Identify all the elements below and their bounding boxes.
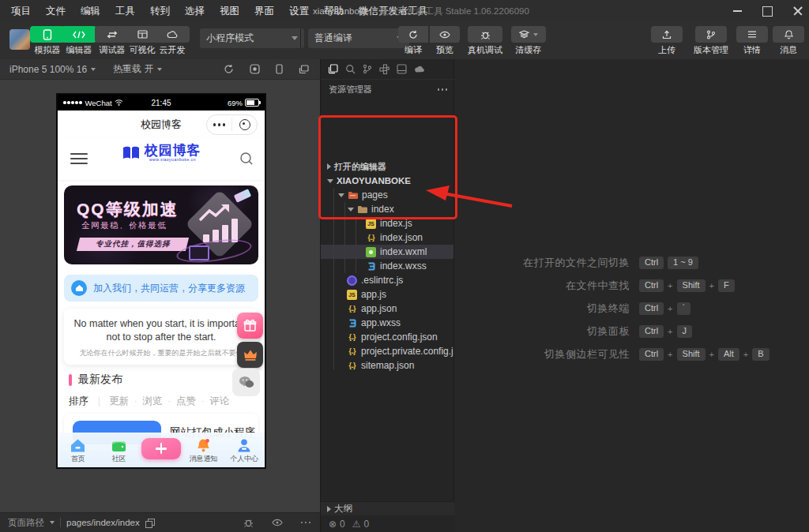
preview-button[interactable]: 预览 — [429, 26, 461, 56]
close-icon[interactable] — [793, 6, 803, 16]
sort-option-update[interactable]: 更新 — [109, 395, 129, 408]
page-path-value: pages/index/index — [66, 518, 140, 527]
menu-tools[interactable]: 工具 — [115, 5, 135, 18]
gift-fab-button[interactable] — [237, 313, 263, 339]
clear-cache-button[interactable]: 清缓存 — [509, 26, 548, 56]
problems-summary[interactable]: ⊗ 0 ⚠ 0 — [321, 515, 455, 532]
version-control-button[interactable]: 版本管理 — [689, 26, 733, 56]
details-button[interactable]: 详情 — [735, 26, 769, 56]
device-frame-button[interactable] — [276, 64, 283, 74]
panel-view-icon[interactable] — [397, 64, 407, 74]
layout-icon — [137, 30, 148, 39]
hint-switch-files: 在打开的文件之间切换 Ctrl 1 ~ 9 — [495, 257, 769, 268]
explorer-more-icon[interactable] — [438, 88, 448, 91]
device-debug-button[interactable]: 真机调试 — [463, 26, 507, 56]
file-app-js[interactable]: JS app.js — [321, 287, 453, 302]
sort-option-views[interactable]: 浏览 — [143, 395, 163, 408]
wechat-share-button[interactable] — [232, 369, 260, 396]
device-selector[interactable]: iPhone 5 100% 16 — [9, 64, 96, 75]
warning-icon: ⚠ — [352, 519, 361, 530]
file-eslintrc[interactable]: .eslintrc.js — [321, 273, 453, 287]
file-app-json[interactable]: {..} app.json — [321, 302, 453, 316]
compile-button[interactable]: 编译 — [397, 26, 429, 56]
hot-reload-toggle[interactable]: 热重载 开 — [113, 62, 162, 76]
chevron-down-icon — [91, 68, 96, 71]
cloud-view-icon[interactable] — [414, 65, 425, 73]
quote-card[interactable]: No matter when you start, it is importan… — [64, 309, 258, 365]
search-view-icon[interactable] — [345, 64, 356, 74]
eye-icon — [439, 31, 450, 39]
phone-simulator-screen[interactable]: WeChat 21:45 69% 校园博客 — [58, 95, 265, 467]
extensions-view-icon[interactable] — [379, 64, 389, 74]
file-index-wxml[interactable]: index.wxml — [321, 245, 453, 259]
phone-status-bar: WeChat 21:45 69% — [58, 95, 265, 111]
cloud-dev-button[interactable]: 云开发 — [152, 26, 193, 56]
more-icon[interactable] — [213, 123, 225, 126]
file-index-json[interactable]: {..} index.json — [321, 230, 453, 245]
tab-profile[interactable]: 个人中心 — [226, 438, 262, 464]
mode-dropdown[interactable]: 小程序模式 — [200, 28, 304, 48]
source-control-view-icon[interactable] — [363, 64, 372, 74]
capsule-menu[interactable] — [206, 114, 258, 135]
notice-bar[interactable]: 加入我们，共同运营，分享更多资源 — [64, 275, 258, 302]
key-chip: Ctrl — [639, 302, 664, 315]
key-chip: F — [718, 279, 735, 292]
menu-file[interactable]: 文件 — [46, 5, 66, 18]
messages-button[interactable]: 消息 — [773, 26, 804, 56]
outline-header[interactable]: 大纲 — [321, 501, 455, 515]
menu-project[interactable]: 项目 — [11, 5, 31, 18]
battery-icon — [245, 99, 259, 107]
tree-folder-pages[interactable]: pages — [321, 188, 453, 202]
tab-notifications[interactable]: 消息通知 — [186, 438, 222, 464]
file-index-js[interactable]: JS index.js — [321, 216, 453, 230]
file-app-wxss[interactable]: app.wxss — [321, 316, 453, 330]
file-project-private-config[interactable]: {..} project.private.config.js... — [321, 344, 453, 358]
js-file-icon: JS — [366, 219, 376, 229]
page-path-selector[interactable]: 页面路径 — [8, 517, 44, 529]
open-editors-section[interactable]: 打开的编辑器 — [321, 159, 453, 174]
footer-more-icon[interactable] — [301, 522, 311, 524]
sort-option-likes[interactable]: 点赞 — [176, 395, 196, 408]
chevron-right-icon — [327, 506, 331, 512]
crown-fab-button[interactable] — [237, 342, 263, 368]
maximize-icon[interactable] — [762, 6, 773, 17]
file-project-config[interactable]: {..} project.config.json — [321, 330, 453, 344]
chevron-down-icon — [292, 36, 298, 40]
compile-dropdown[interactable]: 普通编译 — [308, 28, 409, 48]
multi-window-button[interactable] — [299, 65, 309, 74]
upload-button[interactable]: 上传 — [649, 26, 684, 56]
menu-goto[interactable]: 转到 — [150, 5, 170, 18]
sort-option-comments[interactable]: 评论 — [209, 395, 229, 408]
tab-add-button[interactable] — [141, 438, 181, 459]
promo-banner[interactable]: QQ等级加速 全网最稳、价格最低 专业代挂，值得选择 — [64, 185, 258, 264]
key-chip: Ctrl — [639, 348, 664, 361]
rotate-device-button[interactable] — [224, 64, 234, 74]
files-view-icon[interactable] — [328, 64, 338, 74]
file-sitemap-json[interactable]: {..} sitemap.json — [321, 358, 453, 373]
menu-view[interactable]: 视图 — [220, 5, 239, 18]
minimize-icon[interactable] — [733, 10, 742, 12]
tab-community[interactable]: 社区 — [100, 438, 137, 464]
record-screen-button[interactable] — [250, 64, 260, 74]
footer-eye-icon[interactable] — [272, 519, 283, 526]
sort-label[interactable]: 排序 — [69, 395, 88, 408]
plus-icon — [156, 443, 167, 454]
menu-interface[interactable]: 界面 — [254, 5, 274, 18]
tree-folder-index[interactable]: index — [321, 202, 453, 216]
menu-select[interactable]: 选择 — [185, 5, 205, 18]
notification-bell-icon — [196, 438, 211, 453]
key-chip: J — [677, 325, 693, 338]
tab-home[interactable]: 首页 — [60, 438, 96, 464]
key-chip: Shift — [677, 348, 706, 361]
footer-debug-icon[interactable] — [243, 518, 254, 527]
file-index-wxss[interactable]: index.wxss — [321, 259, 453, 273]
search-icon[interactable] — [239, 152, 254, 166]
menu-edit[interactable]: 编辑 — [81, 5, 100, 18]
banner-trend-arrow-icon — [198, 203, 235, 223]
menu-settings[interactable]: 设置 — [289, 5, 309, 18]
copy-path-icon[interactable] — [145, 519, 154, 527]
banner-tv-icon — [189, 245, 209, 260]
tree-root-xiaoyuanboke[interactable]: XIAOYUANBOKE — [321, 174, 453, 188]
file-tree: XIAOYUANBOKE pages index JS index.js {..… — [321, 174, 453, 373]
exit-icon[interactable] — [239, 119, 250, 130]
